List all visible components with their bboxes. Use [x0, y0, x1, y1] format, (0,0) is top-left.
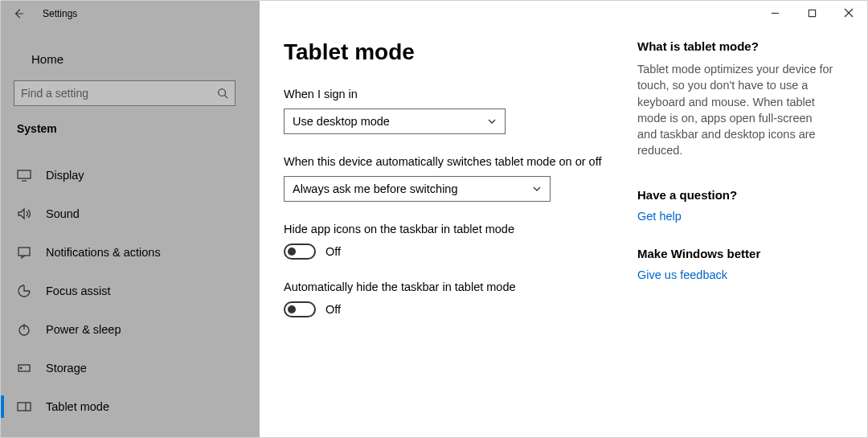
switch-label: When this device automatically switches …	[284, 155, 613, 168]
svg-rect-6	[18, 403, 31, 411]
svg-point-0	[219, 89, 226, 96]
hide-taskbar-label: Automatically hide the taskbar in tablet…	[284, 280, 613, 293]
hide-icons-label: Hide app icons on the taskbar in tablet …	[284, 223, 613, 235]
content-area: Tablet mode When I sign in Use desktop m…	[260, 1, 867, 437]
sidebar-item-display[interactable]: Display	[1, 156, 260, 194]
hide-taskbar-toggle[interactable]	[284, 301, 316, 317]
signin-label: When I sign in	[284, 88, 613, 100]
settings-window: Settings Home System Display Sound	[0, 0, 868, 438]
display-icon	[17, 168, 31, 182]
sidebar-item-storage[interactable]: Storage	[1, 349, 260, 387]
search-input[interactable]	[14, 80, 235, 106]
titlebar: Settings	[1, 1, 260, 27]
nav-label: Notifications & actions	[46, 246, 161, 259]
svg-point-5	[20, 367, 22, 369]
signin-setting: When I sign in Use desktop mode	[284, 88, 613, 134]
feedback-link[interactable]: Give us feedback	[637, 268, 834, 281]
what-heading: What is tablet mode?	[637, 39, 834, 53]
sidebar-item-sound[interactable]: Sound	[1, 194, 260, 233]
sidebar-item-power-sleep[interactable]: Power & sleep	[1, 310, 260, 349]
power-icon	[17, 322, 31, 337]
app-title: Settings	[36, 8, 77, 19]
storage-icon	[17, 361, 31, 375]
nav-label: Display	[46, 169, 84, 182]
minimize-icon	[771, 9, 780, 18]
sidebar-item-notifications[interactable]: Notifications & actions	[1, 233, 260, 272]
sidebar-home[interactable]: Home	[1, 44, 260, 74]
hide-taskbar-setting: Automatically hide the taskbar in tablet…	[284, 280, 613, 317]
maximize-icon	[808, 9, 817, 18]
back-arrow-icon	[13, 8, 24, 19]
get-help-link[interactable]: Get help	[637, 210, 834, 223]
signin-dropdown[interactable]: Use desktop mode	[284, 108, 506, 134]
sidebar-item-focus-assist[interactable]: Focus assist	[1, 272, 260, 310]
nav-label: Focus assist	[46, 284, 111, 297]
window-controls	[756, 1, 867, 25]
switch-setting: When this device automatically switches …	[284, 155, 613, 202]
notifications-icon	[17, 245, 31, 260]
nav-label: Tablet mode	[46, 400, 109, 413]
svg-rect-1	[18, 170, 31, 178]
maximize-button[interactable]	[793, 1, 830, 25]
hide-taskbar-state: Off	[326, 303, 341, 316]
sidebar-item-tablet-mode[interactable]: Tablet mode	[1, 387, 260, 426]
focus-assist-icon	[17, 284, 31, 298]
better-heading: Make Windows better	[637, 247, 834, 260]
switch-value: Always ask me before switching	[293, 182, 458, 195]
back-button[interactable]	[1, 1, 36, 27]
signin-value: Use desktop mode	[293, 115, 390, 128]
aside-better: Make Windows better Give us feedback	[637, 247, 834, 281]
sidebar-category: System	[1, 119, 260, 140]
hide-icons-setting: Hide app icons on the taskbar in tablet …	[284, 223, 613, 260]
nav-label: Sound	[46, 207, 80, 220]
aside-panel: What is tablet mode? Tablet mode optimiz…	[637, 1, 850, 437]
search-icon	[217, 88, 228, 99]
sound-icon	[17, 207, 31, 221]
svg-rect-7	[809, 10, 815, 16]
question-heading: Have a question?	[637, 188, 834, 202]
chevron-down-icon	[532, 184, 542, 194]
tablet-mode-icon	[17, 399, 31, 414]
aside-question: Have a question? Get help	[637, 188, 834, 223]
home-label: Home	[31, 52, 63, 66]
search-wrap	[14, 80, 247, 106]
minimize-button[interactable]	[756, 1, 793, 25]
sidebar: Settings Home System Display Sound	[1, 1, 260, 437]
nav-label: Power & sleep	[46, 323, 121, 336]
switch-dropdown[interactable]: Always ask me before switching	[284, 176, 551, 202]
nav-label: Storage	[46, 362, 87, 375]
page-title: Tablet mode	[284, 39, 613, 65]
chevron-down-icon	[487, 117, 497, 126]
search-field[interactable]	[21, 87, 217, 100]
hide-icons-toggle[interactable]	[284, 244, 316, 260]
what-text: Tablet mode optimizes your device for to…	[637, 61, 834, 159]
hide-icons-state: Off	[326, 245, 341, 258]
nav-list: Display Sound Notifications & actions Fo…	[1, 156, 260, 426]
close-button[interactable]	[830, 1, 867, 25]
close-icon	[844, 8, 854, 18]
aside-what: What is tablet mode? Tablet mode optimiz…	[637, 39, 834, 159]
main-panel: Tablet mode When I sign in Use desktop m…	[260, 1, 637, 437]
svg-rect-2	[18, 248, 30, 256]
